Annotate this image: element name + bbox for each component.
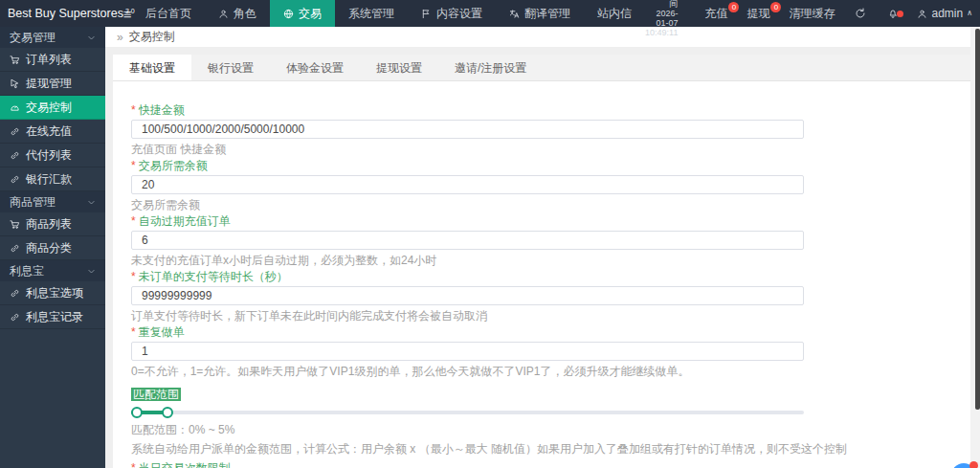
sidebar-item[interactable]: 提现管理 <box>0 72 105 96</box>
dashboard-icon <box>10 102 20 113</box>
top-nav-label: 翻译管理 <box>524 6 570 22</box>
sidebar-item-label: 代付列表 <box>26 147 72 164</box>
top-nav-label: 交易 <box>299 6 322 22</box>
link-icon <box>10 126 20 137</box>
field-label-text: 快捷金额 <box>139 103 185 117</box>
scrollbar-track[interactable] <box>970 27 980 468</box>
username: admin <box>931 7 963 20</box>
sidebar-section-title[interactable]: 商品管理 <box>0 191 105 212</box>
local-time: 当地时间 2026-01-07 10:49:11 <box>645 0 678 37</box>
user-icon <box>917 9 927 19</box>
main-content: » 交易控制 基础设置银行设置体验金设置提现设置邀请/注册设置 *快捷金额充值页… <box>105 27 980 468</box>
settings-card: 基础设置银行设置体验金设置提现设置邀请/注册设置 *快捷金额充值页面 快捷金额*… <box>113 55 970 468</box>
notifications-button[interactable] <box>877 8 909 19</box>
sidebar: 交易管理订单列表提现管理交易控制在线充值代付列表银行汇款商品管理商品列表商品分类… <box>0 27 105 468</box>
cart-icon <box>10 55 20 65</box>
sidebar-item[interactable]: 商品列表 <box>0 212 105 236</box>
topbar-action-label: 清理缓存 <box>789 7 835 20</box>
top-nav-item[interactable]: 后台首页 <box>132 0 205 27</box>
text-input[interactable] <box>131 286 804 305</box>
slider-handle-min[interactable] <box>131 407 143 418</box>
topbar-action[interactable]: 充值0 <box>695 6 737 22</box>
required-asterisk: * <box>131 159 136 172</box>
scrollbar-thumb[interactable] <box>975 29 980 410</box>
tab-体验金设置[interactable]: 体验金设置 <box>270 55 360 80</box>
chevron-down-icon <box>87 33 96 42</box>
refresh-button[interactable] <box>844 8 877 19</box>
exchange-icon <box>283 9 294 19</box>
link-icon <box>10 312 20 323</box>
top-nav-label: 内容设置 <box>436 6 482 22</box>
sidebar-item[interactable]: 银行汇款 <box>0 167 105 191</box>
text-input[interactable] <box>131 175 804 194</box>
user-icon <box>218 9 229 19</box>
top-nav-item[interactable]: 站内信 <box>584 0 645 27</box>
match-range-block: 匹配范围匹配范围：0% ~ 5%系统自动给用户派单的金额范围，计算公式：用户余额… <box>131 385 970 455</box>
sidebar-item-label: 商品分类 <box>26 240 72 256</box>
topbar-action-label: 充值 <box>704 7 727 20</box>
refresh-icon <box>855 8 866 19</box>
topbar-action[interactable]: 提现0 <box>737 6 779 22</box>
top-nav-item[interactable]: 交易 <box>270 0 335 27</box>
top-nav-label: 后台首页 <box>145 6 191 22</box>
slider-track[interactable] <box>131 411 804 414</box>
sidebar-section-title[interactable]: 交易管理 <box>0 27 105 48</box>
text-input[interactable] <box>131 120 804 139</box>
required-asterisk: * <box>131 270 136 283</box>
link-icon <box>10 243 20 254</box>
sidebar-item[interactable]: 商品分类 <box>0 236 105 260</box>
sidebar-item-label: 银行汇款 <box>26 171 72 188</box>
topbar: Best Buy Superstores3.0 ≡ 后台首页角色交易系统管理内容… <box>0 0 980 27</box>
form-field: *重复做单0=不允许，1=允许。如果昨天用户做了VIP1级别的单，那么他今天就做… <box>131 326 970 377</box>
cart-icon <box>10 219 20 230</box>
field-label: *自动过期充值订单 <box>131 215 970 227</box>
slider-handle-max[interactable] <box>162 407 173 418</box>
sidebar-item-label: 在线充值 <box>26 123 72 140</box>
tab-bar: 基础设置银行设置体验金设置提现设置邀请/注册设置 <box>113 55 970 81</box>
field-help: 订单支付等待时长，新下订单未在此时间内能完成支付将会被自动取消 <box>131 310 970 322</box>
slider-help: 匹配范围：0% ~ 5% <box>131 424 970 435</box>
field-label: *未订单的支付等待时长（秒） <box>131 271 970 282</box>
top-nav-item[interactable]: 翻译管理 <box>496 0 584 27</box>
tab-银行设置[interactable]: 银行设置 <box>191 55 270 80</box>
required-asterisk: * <box>131 214 136 228</box>
field-help: 充值页面 快捷金额 <box>131 144 970 155</box>
sidebar-item[interactable]: 利息宝记录 <box>0 305 105 329</box>
form-field: *快捷金额充值页面 快捷金额 <box>131 104 970 155</box>
field-label-text: 自动过期充值订单 <box>139 214 231 228</box>
field-label-text: 重复做单 <box>139 325 185 339</box>
settings-form: *快捷金额充值页面 快捷金额*交易所需余额交易所需余额*自动过期充值订单未支付的… <box>113 81 970 468</box>
app-logo-text: Best Buy Superstores <box>8 7 123 20</box>
form-field: *未订单的支付等待时长（秒）订单支付等待时长，新下订单未在此时间内能完成支付将会… <box>131 271 970 322</box>
text-input[interactable] <box>131 231 804 250</box>
link-icon <box>10 174 20 185</box>
top-nav-item[interactable]: 系统管理 <box>335 0 408 27</box>
topbar-right: 当地时间 2026-01-07 10:49:11 充值0提现0清理缓存 admi… <box>645 0 980 27</box>
tab-基础设置[interactable]: 基础设置 <box>113 55 191 80</box>
text-input[interactable] <box>131 342 804 361</box>
field-help: 未支付的充值订单x小时后自动过期，必须为整数，如24小时 <box>131 255 970 266</box>
top-nav-item[interactable]: 内容设置 <box>408 0 496 27</box>
field-help: 0=不允许，1=允许。如果昨天用户做了VIP1级别的单，那么他今天就做不了VIP… <box>131 366 970 377</box>
sidebar-item[interactable]: 交易控制 <box>0 96 105 120</box>
range-slider[interactable] <box>131 407 804 418</box>
sidebar-item[interactable]: 在线充值 <box>0 120 105 144</box>
required-asterisk: * <box>131 461 136 468</box>
topbar-action[interactable]: 清理缓存 <box>779 6 844 22</box>
sidebar-item[interactable]: 利息宝选项 <box>0 281 105 305</box>
sidebar-item[interactable]: 订单列表 <box>0 48 105 72</box>
sidebar-item-label: 利息宝选项 <box>26 285 83 301</box>
sidebar-item-label: 商品列表 <box>26 216 72 233</box>
tab-邀请/注册设置[interactable]: 邀请/注册设置 <box>438 55 543 80</box>
sidebar-section-title[interactable]: 利息宝 <box>0 260 105 281</box>
top-nav-item[interactable]: 角色 <box>205 0 270 27</box>
breadcrumb-title: 交易控制 <box>129 29 175 45</box>
sidebar-item-label: 交易控制 <box>26 100 72 116</box>
field-label-text: 当日交易次数限制 <box>139 461 231 468</box>
user-menu[interactable]: admin ∧ <box>909 7 972 20</box>
slider-label: 匹配范围 <box>131 388 181 401</box>
tab-提现设置[interactable]: 提现设置 <box>360 55 438 80</box>
chevron-down-icon <box>87 198 96 207</box>
sidebar-item[interactable]: 代付列表 <box>0 144 105 167</box>
chevron-down-icon <box>87 267 96 276</box>
